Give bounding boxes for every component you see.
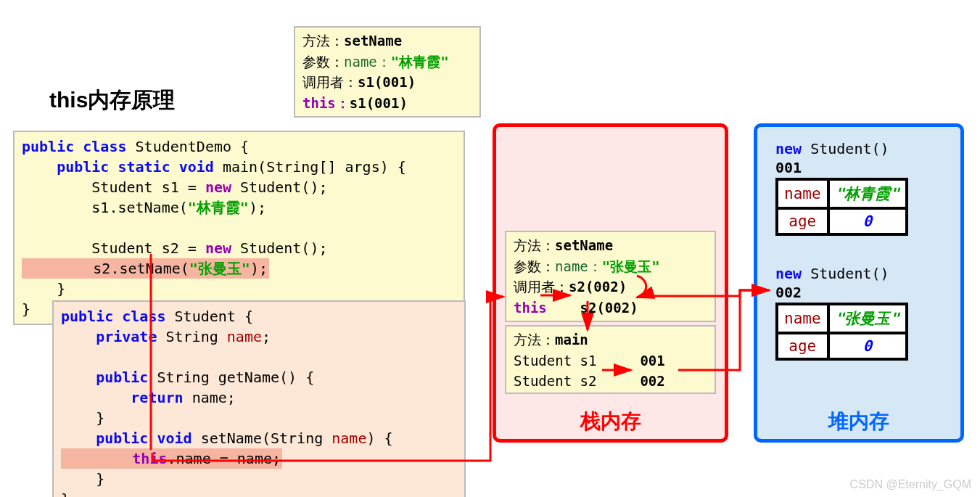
field-name: age: [777, 333, 828, 359]
field-name: name: [777, 304, 828, 333]
t: 方法：: [514, 237, 555, 253]
t: setName(String: [201, 430, 332, 447]
field-value: 0: [828, 208, 907, 234]
t: [62, 450, 132, 467]
t: name;: [192, 389, 236, 406]
caller: s1(001): [358, 74, 416, 90]
t: Student {: [175, 308, 253, 325]
param-name: name：: [344, 54, 391, 70]
t: }: [61, 490, 70, 497]
t: name: [332, 430, 366, 447]
t: );: [249, 199, 266, 216]
field-name: age: [777, 208, 828, 234]
t: "林青霞": [188, 199, 249, 216]
object-table: name"林青霞" age0: [775, 178, 908, 236]
object-id: 001: [775, 159, 908, 176]
t: [61, 348, 70, 366]
t: ;: [262, 328, 271, 345]
t: Student s1 =: [22, 178, 205, 196]
t: this: [132, 450, 167, 467]
field-value: 0: [828, 333, 907, 359]
t: Student(): [810, 140, 889, 157]
heap-object-001: new Student() 001 name"林青霞" age0: [775, 140, 908, 236]
field-value: "林青霞": [828, 179, 907, 208]
t: public class: [22, 138, 136, 155]
t: setName: [555, 237, 613, 253]
label: 参数：: [302, 54, 344, 70]
t: s2(002): [580, 300, 638, 316]
t: Student();: [240, 178, 327, 196]
t: 001: [640, 353, 664, 369]
page-title: this内存原理: [49, 86, 175, 115]
t: public class: [61, 308, 175, 325]
t: String getName() {: [157, 369, 314, 386]
t: name：: [555, 258, 602, 274]
watermark: CSDN @Eternity_GQM: [850, 478, 971, 491]
this-value: s1(001): [350, 95, 408, 111]
t: }: [61, 409, 104, 427]
heap-object-002: new Student() 002 name"张曼玉" age0: [775, 265, 908, 361]
code-studentdemo: public class StudentDemo { public static…: [13, 131, 465, 325]
t: private: [61, 328, 166, 345]
t: 调用者：: [514, 279, 569, 295]
heap-label: 堆内存: [757, 408, 960, 435]
t: Student s2: [514, 373, 596, 389]
param-value: "林青霞": [391, 54, 449, 70]
t: Student s1: [514, 353, 596, 369]
t: }: [22, 280, 65, 297]
stack-label: 栈内存: [496, 408, 725, 435]
t: );: [250, 260, 268, 277]
stack-frame-main: 方法：main Student s1001 Student s2002: [505, 325, 716, 394]
t: "张曼玉": [602, 258, 660, 274]
t: "张曼玉": [189, 260, 250, 277]
object-table: name"张曼玉" age0: [775, 303, 908, 361]
t: s2(002): [569, 279, 627, 295]
t: [22, 219, 30, 237]
field-value: "张曼玉": [828, 304, 907, 333]
t: public: [61, 369, 157, 386]
t: }: [22, 300, 30, 318]
t: StudentDemo {: [136, 138, 250, 155]
stack-frame-setname: 方法：setName 参数：name："张曼玉" 调用者：s2(002) thi…: [505, 231, 716, 322]
t: name: [227, 328, 262, 345]
this-label: this：: [302, 95, 350, 111]
t: main: [555, 332, 588, 348]
highlighted-line: s2.setName("张曼玉");: [22, 258, 269, 279]
t: new: [775, 140, 810, 157]
t: s1.setName(: [22, 199, 188, 216]
t: public void: [61, 430, 201, 447]
t: new: [205, 178, 240, 196]
field-name: name: [777, 179, 828, 208]
code-student: public class Student { private String na…: [52, 300, 466, 497]
t: this: [514, 300, 547, 316]
label: 调用者：: [302, 74, 358, 90]
top-frame-box: 方法：setName 参数：name："林青霞" 调用者：s1(001) thi…: [294, 26, 481, 118]
t: public static void: [22, 158, 223, 176]
label: 方法：: [302, 33, 344, 49]
t: }: [61, 470, 104, 488]
t: 方法：: [514, 332, 555, 348]
t: ) {: [366, 430, 392, 447]
method-name: setName: [344, 33, 402, 49]
t: Student();: [240, 239, 327, 257]
t: Student(): [810, 265, 889, 282]
highlighted-line: this.name = name;: [61, 448, 282, 469]
stack-memory: 方法：setName 参数：name："张曼玉" 调用者：s2(002) thi…: [493, 123, 728, 443]
t: 002: [640, 373, 664, 389]
t: main(String[] args) {: [223, 158, 406, 176]
t: String: [166, 328, 227, 345]
heap-memory: new Student() 001 name"林青霞" age0 new Stu…: [754, 123, 964, 443]
t: s2.setName(: [23, 260, 189, 277]
t: new: [205, 239, 240, 257]
t: 参数：: [514, 258, 555, 274]
t: new: [775, 265, 810, 282]
t: Student s2 =: [22, 239, 205, 257]
t: return: [61, 389, 192, 406]
object-id: 002: [775, 284, 908, 301]
t: .name = name;: [168, 450, 281, 467]
